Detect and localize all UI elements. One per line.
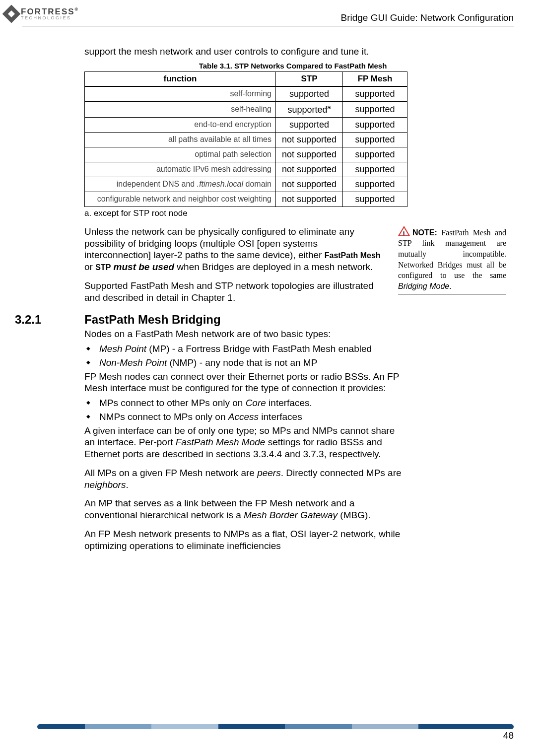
page-footer: 48 [37, 724, 514, 741]
th-fp: FP Mesh [343, 71, 407, 86]
intro-text: support the mesh network and user contro… [84, 46, 506, 58]
bullet-list: Mesh Point (MP) - a Fortress Bridge with… [84, 343, 402, 369]
page-number: 48 [37, 730, 514, 741]
list-item: MPs connect to other MPs only on Core in… [95, 397, 402, 409]
table-row: self-formingsupportedsupported [85, 86, 407, 102]
table-row: self-healingsupportedasupported [85, 101, 407, 117]
paragraph: An MP that serves as a link between the … [84, 497, 402, 521]
function-cell: independent DNS and .ftimesh.local domai… [85, 177, 276, 192]
paragraph: An FP Mesh network presents to NMPs as a… [84, 528, 402, 552]
function-cell: configurable network and neighbor cost w… [85, 192, 276, 206]
stp-cell: supported [276, 117, 343, 132]
table-row: optimal path selectionnot supportedsuppo… [85, 147, 407, 162]
stp-cell: not supported [276, 162, 343, 177]
list-item: NMPs connect to MPs only on Access inter… [95, 411, 402, 423]
page-content: support the mesh network and user contro… [84, 46, 506, 551]
table-row: all paths available at all timesnot supp… [85, 132, 407, 147]
th-function: function [85, 71, 276, 86]
comparison-table: function STP FP Mesh self-formingsupport… [84, 71, 407, 207]
table-header-row: function STP FP Mesh [85, 71, 407, 86]
th-stp: STP [276, 71, 343, 86]
paragraph: A given interface can be of only one typ… [84, 425, 402, 460]
stp-cell: not supported [276, 132, 343, 147]
paragraph: Supported FastPath Mesh and STP network … [84, 280, 383, 304]
table-row: end-to-end encryptionsupportedsupported [85, 117, 407, 132]
fp-cell: supported [343, 147, 407, 162]
fp-cell: supported [343, 117, 407, 132]
header-rule [22, 26, 514, 26]
fp-cell: supported [343, 192, 407, 206]
note-label: NOTE: [412, 228, 437, 237]
list-item: Mesh Point (MP) - a Fortress Bridge with… [95, 343, 402, 355]
table-row: configurable network and neighbor cost w… [85, 192, 407, 206]
page-header: FORTRESS® TECHNOLOGIES Bridge GUI Guide:… [0, 0, 541, 30]
function-cell: automatic IPv6 mesh addressing [85, 162, 276, 177]
warning-icon: i [398, 226, 411, 237]
section-heading: 3.2.1 FastPath Mesh Bridging [15, 313, 506, 327]
fp-cell: supported [343, 86, 407, 102]
two-column-section: Unless the network can be physically con… [84, 226, 506, 311]
function-cell: end-to-end encryption [85, 117, 276, 132]
logo-icon [2, 5, 21, 23]
note-divider [398, 294, 506, 295]
fp-cell: supported [343, 162, 407, 177]
function-cell: self-healing [85, 101, 276, 117]
footer-bar-icon [37, 724, 514, 729]
section-number: 3.2.1 [15, 313, 84, 327]
logo-main: FORTRESS® [21, 7, 79, 16]
table-row: automatic IPv6 mesh addressingnot suppor… [85, 162, 407, 177]
stp-cell: not supported [276, 177, 343, 192]
table-title: Table 3.1. STP Networks Compared to Fast… [79, 62, 506, 70]
stp-cell: supporteda [276, 101, 343, 117]
paragraph: FP Mesh nodes can connect over their Eth… [84, 371, 402, 395]
stp-cell: not supported [276, 147, 343, 162]
table-footnote: a. except for STP root node [84, 208, 506, 218]
logo-sub: TECHNOLOGIES [21, 16, 79, 20]
paragraph: All MPs on a given FP Mesh network are p… [84, 467, 402, 491]
stp-cell: supported [276, 86, 343, 102]
table-row: independent DNS and .ftimesh.local domai… [85, 177, 407, 192]
list-item: Non-Mesh Point (NMP) - any node that is … [95, 357, 402, 369]
function-cell: self-forming [85, 86, 276, 102]
fp-cell: supported [343, 132, 407, 147]
main-column: Unless the network can be physically con… [84, 226, 383, 311]
paragraph: Nodes on a FastPath Mesh network are of … [84, 328, 402, 340]
function-cell: optimal path selection [85, 147, 276, 162]
bullet-list: MPs connect to other MPs only on Core in… [84, 397, 402, 423]
fp-cell: supported [343, 101, 407, 117]
section-body: Nodes on a FastPath Mesh network are of … [84, 328, 402, 551]
fp-cell: supported [343, 177, 407, 192]
section-title: FastPath Mesh Bridging [84, 313, 221, 327]
logo-text: FORTRESS® TECHNOLOGIES [21, 7, 79, 20]
side-note: iNOTE: FastPath Mesh and STP link manage… [398, 226, 506, 295]
paragraph: Unless the network can be physically con… [84, 226, 383, 273]
function-cell: all paths available at all times [85, 132, 276, 147]
logo: FORTRESS® TECHNOLOGIES [5, 4, 82, 24]
stp-cell: not supported [276, 192, 343, 206]
